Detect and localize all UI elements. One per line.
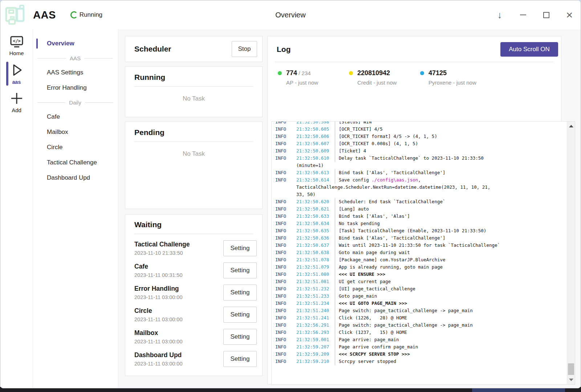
- setting-button[interactable]: Setting: [223, 329, 257, 345]
- log-message: Page arrive confirm page_main: [335, 343, 418, 351]
- code-monitor-icon: </>: [9, 36, 24, 48]
- log-viewport[interactable]: INFO21:32:50.598[Status] WININFO21:32:50…: [271, 121, 575, 385]
- rail-item-label: Add: [12, 107, 21, 113]
- setting-button[interactable]: Setting: [223, 351, 257, 367]
- scroll-up-arrow-icon[interactable]: [569, 125, 573, 127]
- log-message: Bind task ['Alas', 'Alas']: [335, 213, 410, 220]
- waiting-item-time: 2023-11-10 21:33:50: [134, 250, 190, 256]
- log-line: INFO21:32:51.232[UI] page_tactical_chall…: [275, 285, 563, 293]
- active-indicator: [36, 83, 38, 93]
- maximize-button[interactable]: [541, 10, 551, 20]
- nav-item-mailbox[interactable]: Mailbox: [33, 124, 118, 140]
- log-line: INFO21:32:50.605[OCR_TICKET] 4/5: [275, 126, 563, 133]
- setting-button[interactable]: Setting: [223, 307, 257, 323]
- log-timestamp: 21:32:50.634: [296, 220, 335, 227]
- log-line: 33, 50): [275, 191, 563, 198]
- log-card: Log Auto Scroll ON 774 / 234AP - just no…: [267, 36, 561, 384]
- stop-button[interactable]: Stop: [232, 41, 257, 57]
- stat-number: 47125: [428, 69, 447, 77]
- nav-item-dashboard-upd[interactable]: Dashboard Upd: [33, 170, 118, 185]
- log-message: Goto page_main: [335, 293, 377, 300]
- log-line: INFO21:32:50.620Scheduler: End task `Tac…: [275, 198, 563, 205]
- setting-button[interactable]: Setting: [223, 262, 257, 278]
- nav-item-error-handling[interactable]: Error Handling: [33, 80, 118, 95]
- log-timestamp: 21:32:50.609: [296, 147, 335, 155]
- log-timestamp: 21:32:50.633: [296, 213, 335, 220]
- log-line: INFO21:32:50.636Bind task ['Alas', 'Tact…: [275, 234, 563, 242]
- waiting-item-name: Cafe: [134, 263, 183, 270]
- log-timestamp: 21:32:51.234: [296, 300, 335, 307]
- nav-section-label: Daily: [69, 99, 81, 106]
- log-line: INFO21:32:59.001Page arrive: page_main: [275, 336, 563, 343]
- hide-window-button[interactable]: ↓: [495, 10, 504, 20]
- log-scrollbar[interactable]: [567, 122, 575, 384]
- log-line: INFO21:32:51.233Goto page_main: [275, 293, 563, 300]
- log-timestamp: 21:32:51.079: [296, 264, 335, 271]
- log-line: INFO21:32:56.291Page switch: page_tactic…: [275, 322, 563, 329]
- log-line: INFO21:32:50.610Delay task `TacticalChal…: [275, 155, 563, 162]
- log-timestamp: 21:32:50.598: [296, 121, 335, 126]
- waiting-item-time: 2023-11-11 03:00:00: [134, 317, 183, 322]
- active-indicator: [36, 38, 38, 49]
- log-line: INFO21:32:50.634No task pending: [275, 220, 563, 227]
- log-line: INFO21:32:51.079App is already running, …: [275, 264, 563, 271]
- log-timestamp: 21:32:51.081: [296, 278, 335, 285]
- stat-suffix: / 234: [297, 70, 311, 76]
- stat-label: Pyroxene - just now: [428, 79, 476, 86]
- log-line: INFO21:32:50.637Wait until 2023-11-10 21…: [275, 242, 563, 249]
- waiting-item-info: Dashboard Upd2023-11-11 03:00:00: [134, 351, 183, 367]
- log-level: INFO: [275, 121, 296, 126]
- log-message: Goto main page during wait: [335, 249, 410, 256]
- divider-line: [84, 58, 113, 58]
- stat-value: 220810942: [357, 69, 397, 77]
- active-indicator: [6, 62, 8, 86]
- setting-button[interactable]: Setting: [223, 285, 257, 301]
- log-title: Log: [277, 45, 290, 54]
- stat-dot: [349, 71, 353, 75]
- log-level: INFO: [275, 271, 296, 278]
- log-level: INFO: [275, 198, 296, 205]
- nav-item-tactical-challenge[interactable]: Tactical Challenge: [33, 155, 118, 170]
- scheduler-title: Scheduler: [134, 45, 171, 53]
- log-message: <<< UI ENSURE >>>: [335, 271, 385, 278]
- nav-item-aas-settings[interactable]: AAS Settings: [33, 65, 118, 80]
- nav-item-label: Mailbox: [47, 128, 68, 136]
- scroll-down-arrow-icon[interactable]: [569, 379, 573, 381]
- log-level: INFO: [275, 242, 296, 249]
- log-timestamp: 21:32:50.638: [296, 249, 335, 256]
- setting-button[interactable]: Setting: [223, 240, 257, 256]
- auto-scroll-button[interactable]: Auto Scroll ON: [500, 42, 558, 57]
- log-level: INFO: [275, 133, 296, 140]
- divider-line: [85, 102, 113, 103]
- log-message: Page arrive: page_main: [335, 336, 399, 343]
- nav-item-cafe[interactable]: Cafe: [33, 109, 118, 124]
- content-area: Scheduler Stop Running No Task Pending N…: [118, 29, 581, 388]
- log-level: INFO: [275, 169, 296, 176]
- scrollbar-thumb[interactable]: [568, 363, 574, 375]
- log-line: INFO21:32:51.081UI get current page: [275, 278, 563, 285]
- close-button[interactable]: ×: [565, 10, 574, 20]
- log-stats: 774 / 234AP - just now220810942Credit - …: [268, 62, 561, 86]
- log-level: [275, 184, 296, 191]
- waiting-item-name: Error Handling: [134, 285, 183, 293]
- log-message: Bind task ['Alas', 'TacticalChallenge']: [335, 169, 446, 176]
- log-message: Save config ./config\aas.json,: [335, 176, 421, 184]
- log-level: INFO: [275, 343, 296, 351]
- stat-text: 774 / 234AP - just now: [286, 69, 318, 86]
- nav-item-overview[interactable]: Overview: [33, 36, 118, 51]
- app-window: AAS Running Overview ↓ × </> Home aas: [0, 0, 581, 388]
- nav-item-circle[interactable]: Circle: [33, 140, 118, 155]
- waiting-item-name: Tactical Challenge: [134, 241, 190, 248]
- divider-line: [37, 102, 65, 103]
- rail-item-home[interactable]: </> Home: [0, 36, 33, 56]
- log-message: Page switch: page_tactical_challenge -> …: [335, 307, 473, 314]
- waiting-item-tactical-challenge: Tactical Challenge2023-11-10 21:33:50Set…: [134, 237, 257, 259]
- divider: [134, 142, 253, 142]
- log-message: [Task] TacticalChallenge (Enable, 2023-1…: [335, 227, 486, 234]
- rail-item-aas[interactable]: aas: [0, 63, 33, 85]
- active-indicator: [36, 68, 38, 78]
- arrow-down-icon: ↓: [497, 10, 502, 20]
- stat-pyroxene: 47125Pyroxene - just now: [420, 69, 491, 86]
- rail-item-add[interactable]: Add: [0, 91, 33, 113]
- minimize-button[interactable]: [518, 10, 528, 20]
